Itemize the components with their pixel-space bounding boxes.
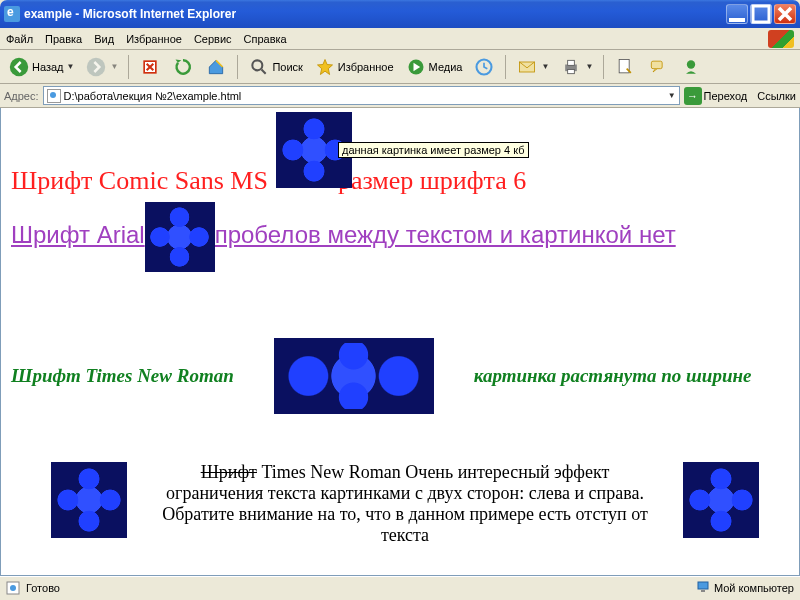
arial-left-text: Шрифт Arial <box>11 221 145 248</box>
svg-rect-0 <box>729 18 745 22</box>
home-button[interactable] <box>201 54 231 80</box>
window-titlebar: example - Microsoft Internet Explorer <box>0 0 800 28</box>
media-icon <box>405 56 427 78</box>
svg-rect-11 <box>568 69 575 73</box>
bottom-strike-text: Шрифт <box>201 462 257 482</box>
arial-right-text: пробелов между текстом и картинкой нет <box>215 221 676 248</box>
image-tooltip: данная картинка имеет размер 4 кб <box>338 142 529 158</box>
back-label: Назад <box>32 61 64 73</box>
times-left-text: Шрифт Times New Roman <box>11 365 234 387</box>
messenger-icon <box>680 56 702 78</box>
address-value: D:\работа\лекция №2\example.html <box>64 90 242 102</box>
close-button[interactable] <box>774 4 796 24</box>
go-icon: → <box>684 87 702 105</box>
favorites-button[interactable]: Избранное <box>310 54 398 80</box>
svg-point-3 <box>87 57 105 75</box>
refresh-icon <box>172 56 194 78</box>
media-label: Медиа <box>429 61 463 73</box>
menu-tools[interactable]: Сервис <box>194 33 232 45</box>
search-button[interactable]: Поиск <box>244 54 306 80</box>
forward-button[interactable]: ▼ <box>81 54 122 80</box>
times-right-text: картинка растянута по ширине <box>474 365 752 387</box>
menubar: Файл Правка Вид Избранное Сервис Справка <box>0 28 800 50</box>
times-line: Шрифт Times New Roman картинка растянута… <box>11 338 789 414</box>
go-label: Переход <box>704 90 748 102</box>
separator <box>603 55 604 79</box>
bottom-paragraph: Шрифт Times New Roman Очень интересный э… <box>11 462 789 546</box>
minimize-button[interactable] <box>726 4 748 24</box>
chevron-down-icon: ▼ <box>110 62 118 71</box>
chevron-down-icon: ▼ <box>585 62 593 71</box>
window-title: example - Microsoft Internet Explorer <box>24 7 236 21</box>
svg-point-16 <box>10 585 16 591</box>
status-bar: Готово Мой компьютер <box>0 576 800 598</box>
ornament-image-left <box>51 462 127 538</box>
home-icon <box>205 56 227 78</box>
address-bar: Адрес: D:\работа\лекция №2\example.html … <box>0 84 800 108</box>
edit-icon <box>614 56 636 78</box>
maximize-button[interactable] <box>750 4 772 24</box>
address-label: Адрес: <box>4 90 39 102</box>
mail-button[interactable]: ▼ <box>512 54 553 80</box>
search-icon <box>248 56 270 78</box>
favorites-label: Избранное <box>338 61 394 73</box>
chevron-down-icon[interactable]: ▼ <box>668 91 676 100</box>
svg-point-14 <box>687 60 695 68</box>
menu-help[interactable]: Справка <box>244 33 287 45</box>
comic-left-text: Шрифт Comic Sans MS <box>11 166 268 195</box>
status-ready: Готово <box>26 582 60 594</box>
links-label[interactable]: Ссылки <box>757 90 796 102</box>
toolbar: Назад ▼ ▼ Поиск Избранное <box>0 50 800 84</box>
discuss-icon <box>647 56 669 78</box>
refresh-button[interactable] <box>168 54 198 80</box>
svg-point-2 <box>10 57 28 75</box>
separator <box>128 55 129 79</box>
done-icon <box>6 581 20 595</box>
menu-edit[interactable]: Правка <box>45 33 82 45</box>
status-zone: Мой компьютер <box>714 582 794 594</box>
media-button[interactable]: Медиа <box>401 54 467 80</box>
search-label: Поиск <box>272 61 302 73</box>
svg-rect-13 <box>652 61 663 68</box>
separator <box>237 55 238 79</box>
chevron-down-icon: ▼ <box>67 62 75 71</box>
comic-sans-line: Шрифт Comic Sans MSразмер шрифта 6 <box>11 166 789 196</box>
stop-button[interactable] <box>135 54 165 80</box>
svg-point-5 <box>253 60 263 70</box>
page-content: данная картинка имеет размер 4 кб Шрифт … <box>0 108 800 576</box>
mail-icon <box>516 56 538 78</box>
svg-rect-18 <box>701 590 705 592</box>
go-button[interactable]: → Переход <box>684 87 748 105</box>
comic-right-text: размер шрифта 6 <box>338 166 526 195</box>
menu-favorites[interactable]: Избранное <box>126 33 182 45</box>
ornament-image-right <box>683 462 759 538</box>
edit-button[interactable] <box>610 54 640 80</box>
back-button[interactable]: Назад ▼ <box>4 54 78 80</box>
print-button[interactable]: ▼ <box>556 54 597 80</box>
forward-icon <box>85 56 107 78</box>
windows-logo-icon <box>768 30 794 48</box>
chevron-down-icon: ▼ <box>541 62 549 71</box>
menu-file[interactable]: Файл <box>6 33 33 45</box>
svg-rect-17 <box>698 582 708 589</box>
discuss-button[interactable] <box>643 54 673 80</box>
history-button[interactable] <box>469 54 499 80</box>
menu-view[interactable]: Вид <box>94 33 114 45</box>
ornament-image-inline <box>145 202 215 272</box>
print-icon <box>560 56 582 78</box>
arial-line[interactable]: Шрифт Arialпробелов между текстом и карт… <box>11 202 789 272</box>
history-icon <box>473 56 495 78</box>
separator <box>505 55 506 79</box>
page-icon <box>47 89 61 103</box>
ie-logo-icon <box>4 6 20 22</box>
computer-icon <box>696 580 710 596</box>
stop-icon <box>139 56 161 78</box>
svg-rect-10 <box>568 60 575 65</box>
ornament-image-stretched <box>274 338 434 414</box>
address-input[interactable]: D:\работа\лекция №2\example.html ▼ <box>43 86 680 105</box>
svg-rect-1 <box>753 6 769 22</box>
back-icon <box>8 56 30 78</box>
star-icon <box>314 56 336 78</box>
messenger-button[interactable] <box>676 54 706 80</box>
